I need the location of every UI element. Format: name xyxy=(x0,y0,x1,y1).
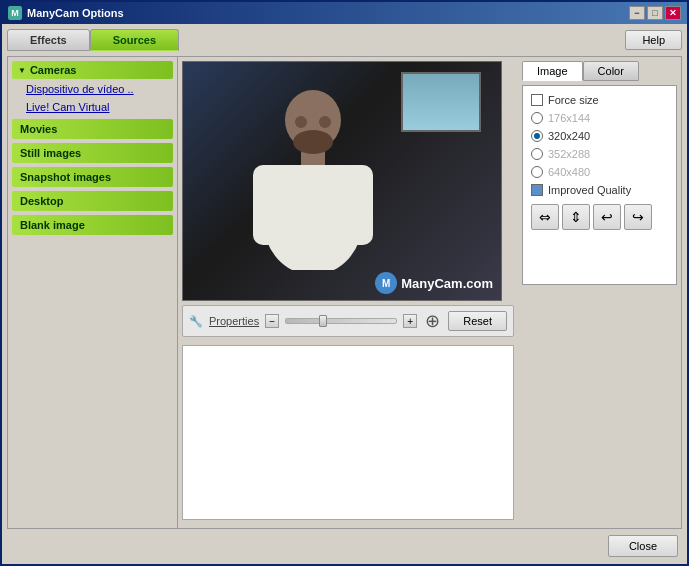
svg-point-7 xyxy=(319,116,331,128)
close-button[interactable]: Close xyxy=(608,535,678,557)
properties-icon: 🔧 xyxy=(189,315,203,328)
window-close-button[interactable]: ✕ xyxy=(665,6,681,20)
force-size-row: Force size xyxy=(531,94,668,106)
settings-tab-color[interactable]: Color xyxy=(583,61,639,81)
properties-label[interactable]: Properties xyxy=(209,315,259,327)
watermark-icon: M xyxy=(375,272,397,294)
svg-rect-3 xyxy=(268,165,358,225)
top-row: Effects Sources Help xyxy=(7,29,682,51)
menu-item-snapshot-images[interactable]: Snapshot images xyxy=(12,167,173,187)
svg-point-8 xyxy=(293,130,333,154)
watermark-text: ManyCam.com xyxy=(401,276,493,291)
cameras-header: ▼ Cameras xyxy=(12,61,173,79)
improved-quality-label: Improved Quality xyxy=(548,184,631,196)
res-320-label: 320x240 xyxy=(548,130,590,142)
res-352-label: 352x288 xyxy=(548,148,590,160)
person-silhouette xyxy=(233,90,393,270)
res-176-label: 176x144 xyxy=(548,112,590,124)
menu-item-desktop[interactable]: Desktop xyxy=(12,191,173,211)
force-size-label: Force size xyxy=(548,94,599,106)
settings-tab-image[interactable]: Image xyxy=(522,61,583,81)
camera-item-1[interactable]: Live! Cam Virtual xyxy=(12,99,173,115)
flip-horizontal-button[interactable]: ⇔ xyxy=(531,204,559,230)
reset-button[interactable]: Reset xyxy=(448,311,507,331)
res-640-row: 640x480 xyxy=(531,166,668,178)
camera-item-0[interactable]: Dispositivo de vídeo .. xyxy=(12,81,173,97)
video-bg: M ManyCam.com xyxy=(183,62,501,300)
force-size-checkbox[interactable] xyxy=(531,94,543,106)
settings-tabs: Image Color xyxy=(522,61,677,81)
bottom-bar: Close xyxy=(7,529,682,559)
main-content: ▼ Cameras Dispositivo de vídeo .. Live! … xyxy=(7,56,682,529)
rotate-left-button[interactable]: ↩ xyxy=(593,204,621,230)
slider-track[interactable] xyxy=(285,318,397,324)
res-640-label: 640x480 xyxy=(548,166,590,178)
res-320-row: 320x240 xyxy=(531,130,668,142)
res-640-radio[interactable] xyxy=(531,166,543,178)
svg-rect-5 xyxy=(348,165,373,245)
improved-quality-row: Improved Quality xyxy=(531,184,668,196)
slider-plus-button[interactable]: + xyxy=(403,314,417,328)
video-preview: M ManyCam.com xyxy=(182,61,502,301)
bg-window xyxy=(401,72,481,132)
bottom-empty-area xyxy=(182,345,514,520)
app-icon: M xyxy=(8,6,22,20)
preview-and-settings: M ManyCam.com 🔧 Properties − xyxy=(182,61,677,524)
preview-area: M ManyCam.com 🔧 Properties − xyxy=(182,61,514,524)
res-352-radio[interactable] xyxy=(531,148,543,160)
main-window: M ManyCam Options − □ ✕ Effects Sources … xyxy=(0,0,689,566)
slider-minus-button[interactable]: − xyxy=(265,314,279,328)
res-176-row: 176x144 xyxy=(531,112,668,124)
title-bar: M ManyCam Options − □ ✕ xyxy=(2,2,687,24)
res-320-radio[interactable] xyxy=(531,130,543,142)
res-352-row: 352x288 xyxy=(531,148,668,160)
res-176-radio[interactable] xyxy=(531,112,543,124)
svg-rect-4 xyxy=(253,165,278,245)
title-bar-left: M ManyCam Options xyxy=(8,6,124,20)
maximize-button[interactable]: □ xyxy=(647,6,663,20)
properties-bar: 🔧 Properties − + ⊕ Reset xyxy=(182,305,514,337)
title-buttons: − □ ✕ xyxy=(629,6,681,20)
content-area: Effects Sources Help ▼ Cameras Dispositi… xyxy=(2,24,687,564)
icon-buttons: ⇔ ⇕ ↩ ↪ xyxy=(531,204,668,230)
right-content: M ManyCam.com 🔧 Properties − xyxy=(178,57,681,528)
improved-quality-checkbox[interactable] xyxy=(531,184,543,196)
svg-point-6 xyxy=(295,116,307,128)
slider-thumb xyxy=(319,315,327,327)
rotate-right-button[interactable]: ↪ xyxy=(624,204,652,230)
tab-sources[interactable]: Sources xyxy=(90,29,179,51)
settings-panel: Image Color Force size 176x144 xyxy=(522,61,677,524)
cameras-label: Cameras xyxy=(30,64,76,76)
menu-item-still-images[interactable]: Still images xyxy=(12,143,173,163)
cameras-arrow: ▼ xyxy=(18,66,26,75)
tab-effects[interactable]: Effects xyxy=(7,29,90,51)
window-title: ManyCam Options xyxy=(27,7,124,19)
watermark: M ManyCam.com xyxy=(375,272,493,294)
tabs-area: Effects Sources xyxy=(7,29,179,51)
move-control[interactable]: ⊕ xyxy=(425,310,440,332)
menu-item-blank-image[interactable]: Blank image xyxy=(12,215,173,235)
help-button[interactable]: Help xyxy=(625,30,682,50)
flip-vertical-button[interactable]: ⇕ xyxy=(562,204,590,230)
left-panel: ▼ Cameras Dispositivo de vídeo .. Live! … xyxy=(8,57,178,528)
settings-content: Force size 176x144 320x240 xyxy=(522,85,677,285)
minimize-button[interactable]: − xyxy=(629,6,645,20)
menu-item-movies[interactable]: Movies xyxy=(12,119,173,139)
